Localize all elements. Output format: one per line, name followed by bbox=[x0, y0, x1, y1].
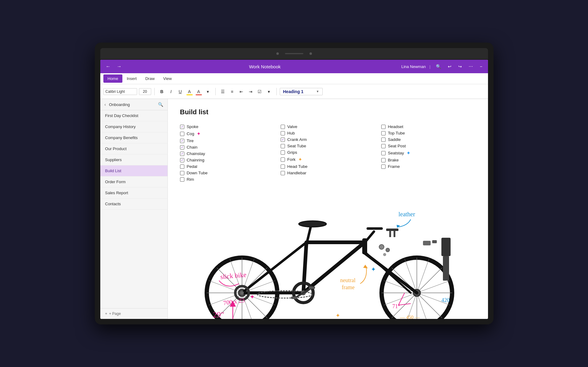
list-item[interactable]: Seat Tube bbox=[281, 143, 375, 149]
checkbox-valve[interactable] bbox=[281, 125, 285, 129]
list-item[interactable]: Chain bbox=[180, 144, 275, 150]
format-dropdown[interactable]: ▾ bbox=[204, 87, 212, 96]
checklist-container: Spoke Cog ✦ Tire Chai bbox=[180, 123, 476, 183]
italic-button[interactable]: I bbox=[167, 87, 175, 96]
tab-view[interactable]: View bbox=[159, 74, 176, 83]
search-icon[interactable]: 🔍 bbox=[434, 63, 443, 70]
tab-home[interactable]: Home bbox=[103, 74, 123, 83]
toolbar-divider-1 bbox=[154, 88, 155, 95]
decrease-indent-button[interactable]: ⇤ bbox=[237, 87, 246, 96]
list-item[interactable]: Hub bbox=[281, 130, 375, 136]
list-item[interactable]: Tire bbox=[180, 138, 275, 144]
font-color-icon: A bbox=[197, 89, 200, 94]
checkbox-headset[interactable] bbox=[381, 125, 386, 129]
list-item[interactable]: Head Tube bbox=[281, 163, 375, 170]
checkbox-saddle[interactable] bbox=[381, 138, 386, 142]
list-dropdown[interactable]: ▾ bbox=[265, 87, 273, 96]
underline-button[interactable]: U bbox=[176, 87, 185, 96]
svg-rect-43 bbox=[394, 231, 395, 237]
checkbox-top-tube[interactable] bbox=[381, 131, 386, 135]
sidebar-item-company-history[interactable]: Company History bbox=[100, 121, 167, 132]
list-item[interactable]: Saddle bbox=[381, 136, 476, 143]
increase-indent-button[interactable]: ⇥ bbox=[246, 87, 255, 96]
checkbox-chainstay[interactable] bbox=[180, 152, 184, 156]
list-item[interactable]: Rim bbox=[180, 176, 275, 183]
minimize-button[interactable]: − bbox=[478, 63, 484, 70]
svg-text:— 450 —: — 450 — bbox=[400, 315, 420, 319]
list-item[interactable]: Down Tube bbox=[180, 170, 275, 176]
list-item[interactable]: Spoke bbox=[180, 123, 275, 130]
sidebar-item-suppliers[interactable]: Suppliers bbox=[100, 154, 167, 165]
item-label: Pedal bbox=[187, 164, 198, 169]
sidebar-item-first-day[interactable]: First Day Checklist bbox=[100, 110, 167, 121]
add-page-footer[interactable]: + + Page bbox=[100, 308, 167, 319]
list-item[interactable]: Seat Post bbox=[381, 143, 476, 149]
checkbox-seat-post[interactable] bbox=[381, 144, 386, 148]
undo-button[interactable]: ↩ bbox=[446, 63, 453, 70]
checkbox-hub[interactable] bbox=[281, 131, 285, 135]
font-color-button[interactable]: A bbox=[194, 87, 203, 96]
sidebar-item-our-product[interactable]: Our Product bbox=[100, 143, 167, 154]
page-content[interactable]: Build list Spoke Cog ✦ bbox=[168, 99, 488, 319]
sidebar-search-button[interactable]: 🔍 bbox=[157, 101, 164, 108]
list-item[interactable]: Chainring bbox=[180, 157, 275, 163]
back-button[interactable]: ← bbox=[104, 63, 113, 70]
sidebar-item-company-benefits[interactable]: Company Benefits bbox=[100, 132, 167, 143]
list-item[interactable]: Crank Arm bbox=[281, 136, 375, 143]
redo-button[interactable]: ↪ bbox=[456, 63, 464, 70]
font-name-input[interactable] bbox=[103, 88, 137, 95]
checkbox-button[interactable]: ☑ bbox=[256, 87, 264, 96]
checkbox-spoke[interactable] bbox=[180, 125, 184, 129]
more-button[interactable]: ⋯ bbox=[467, 63, 475, 70]
sidebar-item-contacts[interactable]: Contacts bbox=[100, 199, 167, 210]
sidebar-item-order-form[interactable]: Order Form bbox=[100, 176, 167, 187]
checkbox-crank-arm[interactable] bbox=[281, 138, 285, 142]
list-item[interactable]: Fork ✦ bbox=[281, 156, 375, 163]
checkbox-rim[interactable] bbox=[180, 177, 184, 182]
checkbox-tire[interactable] bbox=[180, 139, 184, 143]
forward-button[interactable]: → bbox=[115, 63, 124, 70]
list-item[interactable]: Valve bbox=[281, 123, 375, 130]
sidebar-back-button[interactable]: ‹ bbox=[103, 101, 107, 108]
svg-rect-47 bbox=[441, 238, 451, 256]
notebook-title: Work Notebook bbox=[129, 64, 402, 69]
font-size-input[interactable] bbox=[139, 88, 151, 95]
list-item[interactable]: Pedal bbox=[180, 163, 275, 170]
checkbox-pedal[interactable] bbox=[180, 165, 184, 169]
tab-draw[interactable]: Draw bbox=[141, 74, 159, 83]
bullet-list-button[interactable]: ☰ bbox=[219, 87, 227, 96]
checkbox-cog[interactable] bbox=[180, 132, 184, 136]
checkbox-seat-tube[interactable] bbox=[281, 144, 285, 148]
sidebar-item-build-list[interactable]: Build List bbox=[100, 165, 167, 176]
svg-text:✦: ✦ bbox=[250, 293, 255, 300]
heading-selector[interactable]: Heading 1 ▼ bbox=[280, 88, 323, 95]
checkbox-down-tube[interactable] bbox=[180, 171, 184, 175]
checkbox-head-tube[interactable] bbox=[281, 165, 285, 169]
list-item[interactable]: Grips bbox=[281, 149, 375, 156]
checkbox-handlebar[interactable] bbox=[281, 171, 285, 175]
list-item[interactable]: Top Tube bbox=[381, 130, 476, 136]
list-item[interactable]: Headset bbox=[381, 123, 476, 130]
sidebar-item-sales-report[interactable]: Sales Report bbox=[100, 187, 167, 199]
tab-insert[interactable]: Insert bbox=[122, 74, 141, 83]
checkbox-grips[interactable] bbox=[281, 150, 285, 155]
bold-button[interactable]: B bbox=[158, 87, 166, 96]
item-label: Top Tube bbox=[388, 131, 405, 135]
list-item[interactable]: Brake bbox=[381, 157, 476, 163]
checkbox-seatstay[interactable] bbox=[381, 151, 386, 155]
numbered-list-button[interactable]: ≡ bbox=[228, 87, 236, 96]
list-item[interactable]: Handlebar bbox=[281, 170, 375, 176]
checkbox-chain[interactable] bbox=[180, 145, 184, 149]
list-item[interactable]: Seatstay ✦ bbox=[381, 149, 476, 157]
item-label: Headset bbox=[388, 124, 403, 129]
checkbox-brake[interactable] bbox=[381, 158, 386, 162]
svg-point-30 bbox=[299, 221, 326, 227]
highlight-button[interactable]: A bbox=[185, 87, 194, 96]
list-item[interactable]: Chainstay bbox=[180, 150, 275, 157]
checkbox-frame[interactable] bbox=[381, 165, 386, 169]
checkbox-chainring[interactable] bbox=[180, 158, 184, 162]
toolbar-divider-3 bbox=[276, 88, 277, 95]
list-item[interactable]: Frame bbox=[381, 163, 476, 170]
checkbox-fork[interactable] bbox=[281, 157, 285, 162]
list-item[interactable]: Cog ✦ bbox=[180, 130, 275, 138]
